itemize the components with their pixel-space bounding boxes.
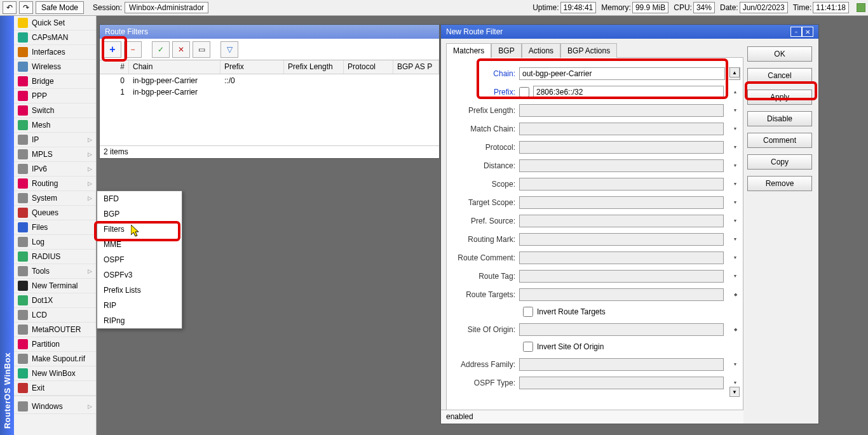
scroll-up-icon[interactable]: ▲: [729, 67, 740, 77]
remove-button[interactable]: Remove: [747, 176, 812, 191]
submenu-item-ripng[interactable]: RIPng: [97, 313, 182, 328]
safe-mode-button[interactable]: Safe Mode: [36, 1, 84, 14]
invert-route-targets-checkbox[interactable]: [523, 307, 533, 317]
menu-icon: [18, 325, 28, 335]
sidebar-item-interfaces[interactable]: Interfaces: [14, 45, 96, 60]
new-route-filter-title[interactable]: New Route Filter ▫ ✕: [441, 25, 818, 39]
col-protocol[interactable]: Protocol: [344, 60, 393, 74]
disable-button[interactable]: Disable: [747, 111, 812, 126]
sidebar-item-label: MPLS: [32, 150, 53, 159]
match-chain-input[interactable]: [519, 123, 724, 135]
sidebar-item-new-terminal[interactable]: New Terminal: [14, 279, 96, 293]
sidebar-item-switch[interactable]: Switch: [14, 104, 96, 118]
tab-matchers[interactable]: Matchers: [446, 43, 491, 58]
remove-button[interactable]: −: [124, 41, 142, 58]
col-num[interactable]: #: [100, 60, 129, 74]
routing-mark-input[interactable]: [519, 233, 724, 246]
sidebar-item-system[interactable]: System▷: [14, 191, 96, 206]
target-scope-input[interactable]: [519, 196, 724, 209]
prefix-length-input[interactable]: [519, 104, 724, 117]
ok-button[interactable]: OK: [747, 46, 812, 62]
session-value[interactable]: Winbox-Administrador: [125, 2, 208, 13]
cancel-button[interactable]: Cancel: [747, 68, 812, 83]
route-targets-input[interactable]: [519, 288, 724, 301]
sidebar-item-mpls[interactable]: MPLS▷: [14, 147, 96, 162]
invert-site-origin-checkbox[interactable]: [523, 342, 533, 352]
sidebar-item-bridge[interactable]: Bridge: [14, 74, 96, 89]
sidebar-item-tools[interactable]: Tools▷: [14, 264, 96, 279]
sidebar-item-quick-set[interactable]: Quick Set: [14, 16, 96, 30]
menu-icon: [18, 135, 28, 145]
submenu-item-ospf[interactable]: OSPF: [97, 252, 182, 267]
comment-button[interactable]: Comment: [747, 133, 812, 148]
submenu-item-filters[interactable]: Filters: [97, 222, 182, 237]
undo-button[interactable]: ↶: [3, 1, 17, 14]
sidebar-item-ipv6[interactable]: IPv6▷: [14, 162, 96, 177]
redo-button[interactable]: ↷: [19, 1, 33, 14]
table-row[interactable]: 1in-bgp-peer-Carrier: [100, 86, 439, 97]
sidebar-item-ip[interactable]: IP▷: [14, 133, 96, 147]
disable-button[interactable]: ✕: [172, 41, 190, 58]
sidebar-item-queues[interactable]: Queues: [14, 206, 96, 220]
prefix-invert-checkbox[interactable]: [519, 87, 529, 97]
sidebar-item-mesh[interactable]: Mesh: [14, 118, 96, 133]
col-bgp-as[interactable]: BGP AS P: [393, 60, 439, 74]
sidebar-item-log[interactable]: Log: [14, 235, 96, 250]
sidebar-item-radius[interactable]: RADIUS: [14, 250, 96, 264]
chain-input[interactable]: [519, 67, 725, 80]
filter-button[interactable]: ▽: [220, 41, 238, 58]
cell-bgp-as: [393, 74, 439, 86]
site-origin-input[interactable]: [519, 323, 724, 336]
scope-input[interactable]: [519, 178, 724, 191]
route-filters-title[interactable]: Route Filters: [100, 25, 439, 39]
submenu-item-ospfv3[interactable]: OSPFv3: [97, 267, 182, 283]
distance-input[interactable]: [519, 159, 724, 172]
add-button[interactable]: +: [104, 41, 121, 58]
submenu-item-bgp[interactable]: BGP: [97, 206, 182, 222]
submenu-item-bfd[interactable]: BFD: [97, 191, 182, 206]
col-prefix[interactable]: Prefix: [220, 60, 284, 74]
dialog-button-column: OK Cancel Apply Disable Comment Copy Rem…: [743, 39, 818, 424]
apply-button[interactable]: Apply: [747, 90, 812, 105]
submenu-item-mme[interactable]: MME: [97, 237, 182, 252]
address-family-input[interactable]: [519, 358, 724, 371]
tab-bgp[interactable]: BGP: [491, 43, 521, 58]
scroll-down-icon[interactable]: ▼: [729, 387, 740, 397]
route-comment-input[interactable]: [519, 251, 724, 264]
table-row[interactable]: 0in-bgp-peer-Carrier::/0: [100, 74, 439, 86]
prefix-input[interactable]: [533, 86, 724, 98]
sidebar-item-lcd[interactable]: LCD: [14, 308, 96, 323]
close-button[interactable]: ✕: [802, 27, 813, 37]
minimize-button[interactable]: ▫: [790, 27, 802, 37]
submenu-arrow-icon: ▷: [88, 268, 92, 274]
submenu-item-prefix-lists[interactable]: Prefix Lists: [97, 283, 182, 298]
comment-button[interactable]: ▭: [193, 41, 210, 58]
pref-source-input[interactable]: [519, 215, 724, 227]
sidebar-item-routing[interactable]: Routing▷: [14, 177, 96, 191]
enable-button[interactable]: ✓: [152, 41, 170, 58]
ospf-type-input[interactable]: [519, 377, 724, 389]
copy-button[interactable]: Copy: [747, 154, 812, 170]
col-prefix-length[interactable]: Prefix Length: [284, 60, 344, 74]
sidebar-item-make-supout-rif[interactable]: Make Supout.rif: [14, 352, 96, 366]
sidebar-item-capsman[interactable]: CAPsMAN: [14, 30, 96, 45]
sidebar-item-new-winbox[interactable]: New WinBox: [14, 366, 96, 381]
sidebar-item-files[interactable]: Files: [14, 220, 96, 235]
submenu-item-rip[interactable]: RIP: [97, 298, 182, 313]
sidebar-item-exit[interactable]: Exit: [14, 381, 96, 396]
tab-actions[interactable]: Actions: [522, 43, 560, 58]
protocol-input[interactable]: [519, 141, 724, 154]
col-chain[interactable]: Chain: [129, 60, 220, 74]
route-filters-toolbar: + − ✓ ✕ ▭ ▽: [100, 39, 439, 60]
sidebar-item-metarouter[interactable]: MetaROUTER: [14, 323, 96, 337]
sidebar-item-ppp[interactable]: PPP: [14, 89, 96, 104]
tab-bgp-actions[interactable]: BGP Actions: [560, 43, 617, 58]
sidebar-item-partition[interactable]: Partition: [14, 337, 96, 352]
route-tag-input[interactable]: [519, 270, 724, 283]
sidebar-item-dot1x[interactable]: Dot1X: [14, 293, 96, 308]
sidebar-item-label: MetaROUTER: [32, 325, 81, 334]
sidebar-item-wireless[interactable]: Wireless: [14, 60, 96, 74]
cpu-value: 34%: [693, 2, 715, 13]
time-label: Time:: [793, 3, 812, 12]
sidebar-item-windows[interactable]: Windows▷: [14, 399, 96, 414]
